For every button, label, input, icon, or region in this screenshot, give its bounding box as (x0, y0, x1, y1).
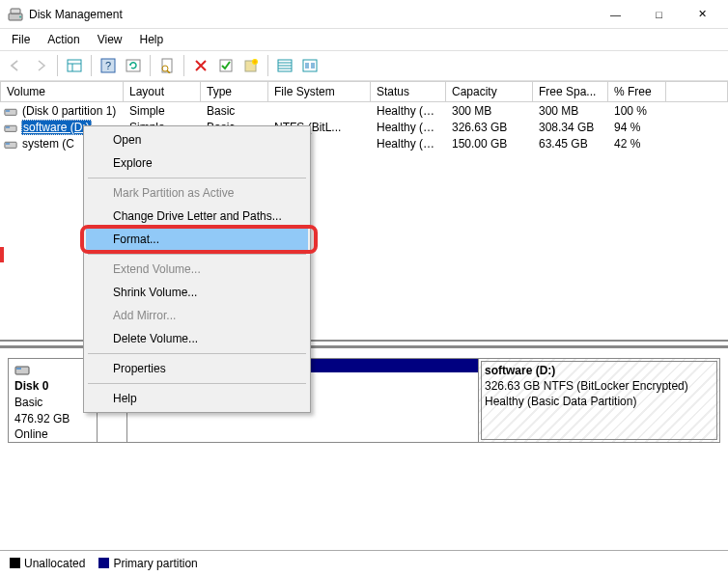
separator (88, 254, 306, 255)
col-status[interactable]: Status (371, 81, 446, 102)
capacity-cell: 300 MB (446, 104, 533, 118)
cm-explore[interactable]: Explore (86, 151, 308, 175)
legend-label: Primary partition (113, 557, 197, 570)
volume-icon (4, 121, 17, 134)
type-cell: Basic (201, 104, 268, 118)
col-extra (666, 81, 728, 102)
volume-row[interactable]: (Disk 0 partition 1) Simple Basic Health… (0, 102, 728, 119)
separator (91, 55, 92, 76)
legend-unallocated: Unallocated (10, 557, 85, 570)
svg-text:?: ? (105, 60, 111, 71)
volume-icon (4, 104, 17, 118)
minimize-button[interactable]: — (594, 1, 637, 28)
col-layout[interactable]: Layout (124, 81, 201, 102)
legend-primary: Primary partition (98, 557, 197, 570)
col-volume[interactable]: Volume (0, 81, 124, 102)
volume-name: system (C (21, 137, 75, 151)
free-cell: 63.45 GB (533, 137, 608, 151)
swatch-icon (98, 558, 109, 568)
separator (150, 55, 151, 76)
free-cell: 300 MB (533, 104, 608, 118)
disk-type: Basic (14, 395, 91, 411)
cm-open[interactable]: Open (86, 128, 308, 151)
maximize-button[interactable]: □ (637, 1, 681, 28)
partition-body: software (D:) 326.63 GB NTFS (BitLocker … (479, 359, 719, 442)
capacity-cell: 150.00 GB (446, 137, 533, 151)
disk-state: Online (14, 426, 91, 443)
cm-add-mirror: Add Mirror... (86, 304, 308, 327)
layout-cell: Simple (124, 104, 201, 118)
partition-line: 326.63 GB NTFS (BitLocker Encrypted) (485, 378, 714, 394)
svg-rect-21 (311, 63, 315, 69)
properties-icon[interactable] (155, 54, 179, 77)
col-freespace[interactable]: Free Spa... (533, 81, 608, 102)
column-headers: Volume Layout Type File System Status Ca… (0, 81, 728, 102)
delete-icon[interactable] (189, 54, 212, 77)
capacity-cell: 326.63 GB (446, 121, 533, 134)
legend: Unallocated Primary partition (0, 550, 728, 576)
cm-shrink[interactable]: Shrink Volume... (86, 281, 308, 304)
red-marker (0, 247, 4, 262)
menu-view[interactable]: View (90, 31, 130, 48)
svg-rect-25 (6, 126, 10, 128)
menubar: File Action View Help (0, 29, 728, 50)
disk-size: 476.92 GB (14, 411, 91, 427)
separator (88, 383, 306, 384)
cm-format[interactable]: Format... (86, 228, 308, 251)
forward-button[interactable] (29, 54, 52, 77)
partition-title: software (D:) (485, 363, 714, 378)
new-volume-icon[interactable] (239, 54, 263, 77)
cm-help[interactable]: Help (86, 387, 308, 410)
menu-action[interactable]: Action (40, 31, 87, 48)
svg-rect-1 (11, 9, 20, 14)
pctfree-cell: 94 % (608, 121, 666, 134)
cm-mark-active: Mark Partition as Active (86, 181, 308, 205)
separator (267, 55, 268, 76)
cm-properties[interactable]: Properties (86, 357, 308, 380)
status-cell: Healthy (B... (371, 137, 446, 151)
svg-point-2 (19, 15, 21, 17)
disk-name: Disk 0 (14, 378, 91, 395)
legend-label: Unallocated (24, 557, 85, 570)
volume-name: software (D:) (21, 120, 92, 135)
separator (88, 353, 306, 354)
help-icon[interactable]: ? (97, 54, 120, 77)
col-capacity[interactable]: Capacity (446, 81, 533, 102)
cm-label: Format... (113, 233, 159, 246)
refresh-icon[interactable] (122, 54, 145, 77)
status-cell: Healthy (E... (371, 104, 446, 118)
menu-help[interactable]: Help (132, 31, 172, 48)
swatch-icon (10, 558, 20, 568)
volume-icon (4, 137, 17, 151)
context-menu: Open Explore Mark Partition as Active Ch… (83, 125, 311, 413)
free-cell: 308.34 GB (533, 121, 608, 134)
toolbar: ? (0, 50, 728, 81)
titlebar: Disk Management — □ ✕ (0, 0, 728, 29)
separator (57, 55, 58, 76)
separator (88, 178, 306, 178)
cm-delete[interactable]: Delete Volume... (86, 327, 308, 350)
close-button[interactable]: ✕ (681, 1, 724, 28)
volume-name: (Disk 0 partition 1) (21, 104, 117, 118)
menu-file[interactable]: File (4, 31, 38, 48)
partition-selected[interactable]: software (D:) 326.63 GB NTFS (BitLocker … (478, 359, 719, 442)
cm-change-drive-letter[interactable]: Change Drive Letter and Paths... (86, 205, 308, 228)
svg-rect-3 (68, 60, 81, 71)
svg-rect-27 (6, 143, 10, 145)
graphical-view-icon[interactable] (298, 54, 322, 77)
disk-icon (14, 363, 91, 378)
pctfree-cell: 42 % (608, 137, 666, 151)
check-icon[interactable] (214, 54, 238, 77)
view-settings-icon[interactable] (63, 54, 86, 77)
separator (183, 55, 184, 76)
svg-rect-20 (305, 63, 309, 69)
cm-extend: Extend Volume... (86, 258, 308, 281)
col-pctfree[interactable]: % Free (608, 81, 666, 102)
col-filesystem[interactable]: File System (268, 81, 371, 102)
status-cell: Healthy (B... (371, 121, 446, 134)
col-type[interactable]: Type (201, 81, 268, 102)
back-button[interactable] (4, 54, 27, 77)
app-icon (8, 7, 23, 22)
pctfree-cell: 100 % (608, 104, 666, 118)
detail-view-icon[interactable] (273, 54, 296, 77)
